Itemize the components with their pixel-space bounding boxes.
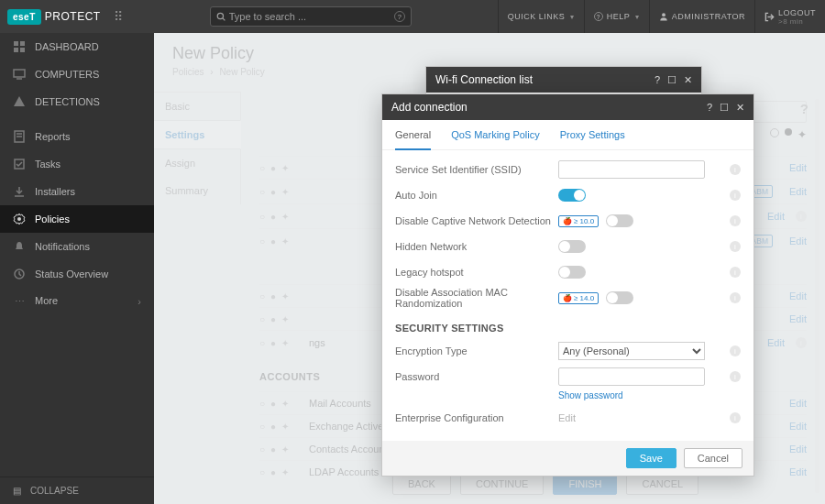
chevron-right-icon: › [138,296,141,307]
dialog-tabs: General QoS Marking Policy Proxy Setting… [382,120,754,150]
svg-line-1 [223,18,226,21]
brand-text: PROTECT [45,10,101,23]
svg-rect-7 [14,70,25,77]
user-menu[interactable]: ADMINISTRATOR [649,0,754,33]
ssid-label: Service Set Identifier (SSID) [395,164,558,175]
help-icon[interactable]: ? [654,74,660,86]
info-icon[interactable]: i [730,292,741,303]
enterprise-label: Enterprise Configuration [395,412,558,423]
autojoin-label: Auto Join [395,190,558,201]
brand[interactable]: eseT PROTECT [0,9,108,25]
status-icon [13,268,26,280]
svg-rect-5 [14,48,18,52]
autojoin-toggle[interactable] [558,189,586,202]
sidebar-item-computers[interactable]: COMPUTERS [0,60,154,88]
apple-icon: 🍎 [563,294,572,302]
security-settings-header: SECURITY SETTINGS [395,323,741,334]
tab-general[interactable]: General [395,129,431,150]
save-button[interactable]: Save [626,448,676,468]
close-icon[interactable]: ✕ [684,74,692,86]
quick-links-menu[interactable]: QUICK LINKS [498,0,584,33]
reports-icon [13,130,26,143]
help-icon: ? [594,12,603,21]
sidebar-item-tasks[interactable]: Tasks [0,150,154,178]
ios-version-badge: 🍎≥ 14.0 [558,292,599,304]
info-icon[interactable]: i [730,241,741,252]
enterprise-edit: Edit [558,412,576,423]
svg-rect-3 [14,41,18,46]
search-icon [216,12,226,21]
legacy-label: Legacy hotspot [395,267,558,278]
legacy-toggle[interactable] [558,266,586,279]
ios-version-badge: 🍎≥ 10.0 [558,215,599,227]
dialog-title: Add connection [391,101,468,114]
svg-point-13 [17,217,21,221]
sidebar-item-status[interactable]: Status Overview [0,260,154,288]
help-menu[interactable]: ? HELP [584,0,649,33]
sidebar-item-policies[interactable]: Policies [0,205,154,233]
tab-proxy[interactable]: Proxy Settings [560,129,625,140]
user-icon [659,12,668,21]
maximize-icon[interactable]: ☐ [720,102,729,114]
sidebar-item-more[interactable]: ⋯More› [0,288,154,315]
maximize-icon[interactable]: ☐ [667,74,676,86]
brand-badge: eseT [7,9,41,25]
dialog-title: Wi-fi Connection list [435,73,533,86]
info-icon[interactable]: i [730,190,741,201]
sidebar-item-installers[interactable]: Installers [0,178,154,205]
app-switcher-icon[interactable]: ⠿ [114,9,124,24]
captive-label: Disable Captive Network Detection [395,215,558,226]
svg-rect-4 [20,41,25,46]
top-bar: eseT PROTECT ⠿ Type to search ... ? QUIC… [0,0,825,33]
logout-button[interactable]: LOGOUT>8 min [754,0,825,33]
sidebar-item-notifications[interactable]: Notifications [0,233,154,260]
search-placeholder: Type to search ... [229,11,394,22]
macrand-toggle[interactable] [606,291,633,304]
info-icon[interactable]: i [730,215,741,226]
sidebar-item-dashboard[interactable]: DASHBOARD [0,33,154,60]
apple-icon: 🍎 [563,217,572,225]
global-search[interactable]: Type to search ... ? [210,6,412,27]
info-icon[interactable]: i [730,412,741,423]
alert-icon [13,95,26,108]
bell-icon [13,240,26,253]
download-icon [13,185,26,198]
hidden-label: Hidden Network [395,241,558,252]
info-icon[interactable]: i [730,345,741,356]
captive-toggle[interactable] [606,214,633,227]
content-area: New Policy Policies › New Policy Basic S… [154,33,825,504]
help-icon[interactable]: ? [707,102,712,114]
gear-icon [13,213,26,225]
encryption-select[interactable]: Any (Personal) [558,342,705,360]
logout-icon [764,12,775,22]
dialog-cancel-button[interactable]: Cancel [684,448,742,468]
encryption-label: Encryption Type [395,345,558,356]
computer-icon [13,68,26,81]
help-icon[interactable]: ? [394,11,405,22]
hidden-toggle[interactable] [558,240,586,253]
svg-rect-6 [20,48,25,52]
macrand-label: Disable Association MAC Randomization [395,287,558,309]
show-password-link[interactable]: Show password [558,390,741,400]
collapse-sidebar-button[interactable]: ▤COLLAPSE [0,477,154,504]
dashboard-icon [13,40,26,53]
password-label: Password [395,371,558,382]
tab-qos[interactable]: QoS Marking Policy [451,129,540,140]
info-icon[interactable]: i [730,371,741,382]
svg-point-2 [662,13,666,16]
more-icon: ⋯ [13,295,26,308]
svg-point-0 [217,13,223,18]
sidebar-item-detections[interactable]: DETECTIONS [0,88,154,115]
info-icon[interactable]: i [730,164,741,175]
info-icon[interactable]: i [730,267,741,278]
collapse-icon: ▤ [13,486,21,496]
sidebar: DASHBOARD COMPUTERS DETECTIONS Reports T… [0,33,154,504]
password-input[interactable] [558,367,705,386]
ssid-input[interactable] [558,160,705,179]
tasks-icon [13,158,26,170]
sidebar-item-reports[interactable]: Reports [0,123,154,150]
close-icon[interactable]: ✕ [736,102,744,114]
add-connection-dialog: Add connection ? ☐ ✕ General QoS Marking… [381,93,754,477]
